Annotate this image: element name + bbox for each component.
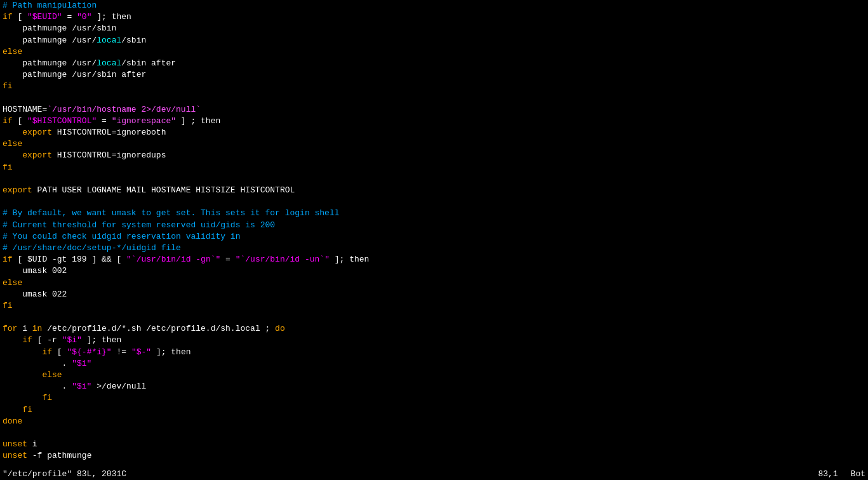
- editor-line: # By default, we want umask to get set. …: [3, 208, 865, 219]
- editor-line: # Current threshold for system reserved …: [3, 220, 865, 231]
- editor-line: if [ "$HISTCONTROL" = "ignorespace" ] ; …: [3, 116, 865, 127]
- editor-line: else: [3, 277, 865, 289]
- editor-line: # Path manipulation: [3, 0, 865, 11]
- editor-line: umask 022: [3, 289, 865, 300]
- editor-line: unset -f pathmunge: [3, 450, 865, 462]
- editor-line: pathmunge /usr/sbin: [3, 23, 865, 34]
- editor-line: [3, 93, 865, 104]
- editor-line: for i in /etc/profile.d/*.sh /etc/profil…: [3, 323, 865, 335]
- editor-line: [3, 462, 865, 469]
- editor-line: else: [3, 370, 865, 381]
- editor-line: export PATH USER LOGNAME MAIL HOSTNAME H…: [3, 185, 865, 196]
- editor-line: HOSTNAME=`/usr/bin/hostname 2>/dev/null`: [3, 104, 865, 116]
- editor-line: pathmunge /usr/local/sbin: [3, 35, 865, 46]
- status-position: 83,1: [818, 469, 838, 479]
- editor-line: [3, 427, 865, 439]
- editor-line: [3, 312, 865, 323]
- editor-line: else: [3, 46, 865, 58]
- editor-area: # Path manipulationif [ "$EUID" = "0" ];…: [0, 0, 868, 468]
- editor-line: done: [3, 416, 865, 427]
- editor-line: pathmunge /usr/sbin after: [3, 69, 865, 81]
- editor-line: # You could check uidgid reservation val…: [3, 231, 865, 243]
- editor-line: [3, 196, 865, 208]
- editor-line: if [ $UID -gt 199 ] && [ "`/usr/bin/id -…: [3, 254, 865, 265]
- editor-line: fi: [3, 81, 865, 92]
- editor-line: fi: [3, 300, 865, 312]
- editor-line: fi: [3, 162, 865, 173]
- editor-line: umask 002: [3, 265, 865, 277]
- editor-line: # /usr/share/doc/setup-*/uidgid file: [3, 243, 865, 254]
- editor-line: fi: [3, 404, 865, 416]
- editor-line: if [ "${-#*i}" != "$-" ]; then: [3, 347, 865, 358]
- editor-line: if [ -r "$i" ]; then: [3, 335, 865, 346]
- editor-line: pathmunge /usr/local/sbin after: [3, 58, 865, 69]
- editor-line: if [ "$EUID" = "0" ]; then: [3, 11, 865, 23]
- status-file-info: "/etc/profile" 83L, 2031C: [3, 469, 126, 479]
- editor-line: else: [3, 138, 865, 150]
- editor-line: unset i: [3, 439, 865, 450]
- editor-line: export HISTCONTROL=ignoredups: [3, 150, 865, 161]
- editor-line: export HISTCONTROL=ignoreboth: [3, 127, 865, 138]
- editor-line: . "$i" >/dev/null: [3, 381, 865, 392]
- editor-line: . "$i": [3, 358, 865, 370]
- status-bar: "/etc/profile" 83L, 2031C 83,1 Bot: [0, 468, 868, 480]
- editor-line: [3, 173, 865, 185]
- editor-line: fi: [3, 392, 865, 404]
- status-mode: Bot: [851, 469, 865, 479]
